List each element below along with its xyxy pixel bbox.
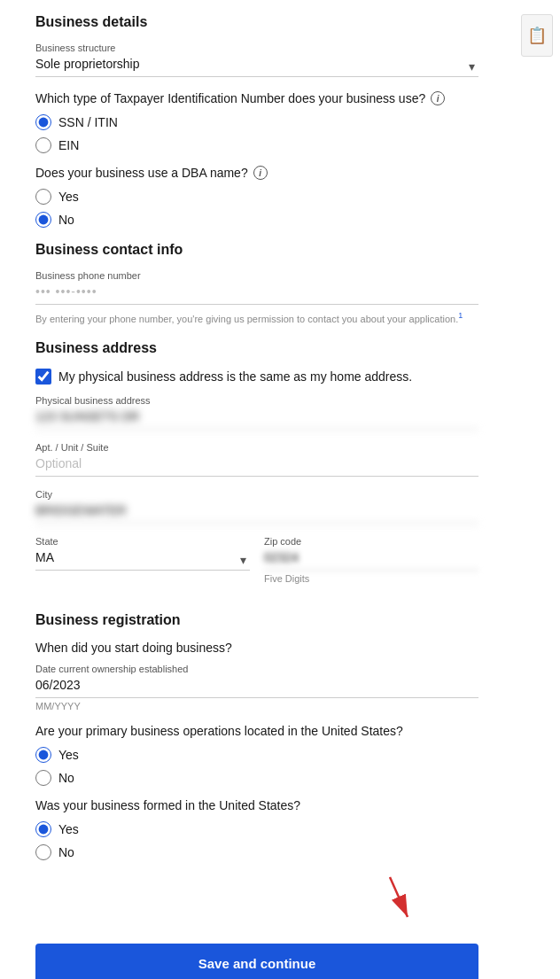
physical-address-group: Physical business address bbox=[35, 395, 478, 430]
tin-question-text: Which type of Taxpayer Identification Nu… bbox=[35, 91, 478, 105]
state-zip-grid: State MA ▾ Zip code Five Digits bbox=[35, 536, 478, 596]
zip-input[interactable] bbox=[264, 550, 478, 571]
document-icon: 📋 bbox=[527, 26, 547, 45]
business-structure-label: Business structure bbox=[35, 43, 478, 53]
formed-no-radio[interactable] bbox=[35, 844, 51, 860]
business-address-section: Business address My physical business ad… bbox=[35, 340, 478, 596]
us-ops-yes-row: Yes bbox=[35, 747, 478, 763]
tin-ssn-row: SSN / ITIN bbox=[35, 114, 478, 130]
dba-yes-label: Yes bbox=[58, 190, 79, 204]
state-field-group: State MA ▾ bbox=[35, 536, 250, 584]
formed-no-label: No bbox=[58, 845, 74, 859]
tin-ssn-label: SSN / ITIN bbox=[58, 115, 118, 129]
business-contact-title: Business contact info bbox=[35, 242, 478, 258]
us-ops-yes-label: Yes bbox=[58, 748, 79, 762]
business-registration-title: Business registration bbox=[35, 612, 478, 628]
apt-field-group: Apt. / Unit / Suite bbox=[35, 442, 478, 477]
tin-ein-row: EIN bbox=[35, 137, 478, 153]
start-date-group: When did you start doing business? Date … bbox=[35, 641, 478, 711]
zip-hint: Five Digits bbox=[264, 573, 478, 584]
us-ops-question-text: Are your primary business operations loc… bbox=[35, 724, 478, 738]
phone-field-group: Business phone number By entering your p… bbox=[35, 270, 478, 326]
arrow-annotation-svg bbox=[337, 873, 443, 926]
business-address-title: Business address bbox=[35, 340, 478, 356]
arrow-annotation-container bbox=[35, 873, 478, 926]
city-label: City bbox=[35, 489, 478, 500]
zip-label: Zip code bbox=[264, 536, 478, 547]
phone-hint-text: By entering your phone number, you're gi… bbox=[35, 310, 478, 326]
business-registration-section: Business registration When did you start… bbox=[35, 612, 478, 860]
us-ops-no-row: No bbox=[35, 770, 478, 786]
same-as-home-row: My physical business address is the same… bbox=[35, 369, 478, 385]
business-details-title: Business details bbox=[35, 14, 478, 30]
us-ops-yes-radio[interactable] bbox=[35, 747, 51, 763]
business-structure-select-wrapper[interactable]: Sole proprietorship ▾ bbox=[35, 57, 478, 77]
business-contact-section: Business contact info Business phone num… bbox=[35, 242, 478, 326]
phone-hint-sup: 1 bbox=[458, 311, 463, 320]
formed-no-row: No bbox=[35, 844, 478, 860]
save-continue-button[interactable]: Save and continue bbox=[35, 944, 478, 979]
start-question-text: When did you start doing business? bbox=[35, 641, 478, 655]
state-label: State bbox=[35, 536, 250, 547]
us-ops-group: Are your primary business operations loc… bbox=[35, 724, 478, 786]
same-as-home-checkbox[interactable] bbox=[35, 369, 51, 385]
formed-group: Was your business formed in the United S… bbox=[35, 798, 478, 860]
state-select[interactable]: MA bbox=[35, 550, 250, 564]
state-select-wrapper[interactable]: MA ▾ bbox=[35, 550, 250, 571]
zip-field-group: Zip code Five Digits bbox=[264, 536, 478, 584]
formed-yes-radio[interactable] bbox=[35, 821, 51, 837]
physical-address-input[interactable] bbox=[35, 409, 478, 430]
date-placeholder-hint: MM/YYYY bbox=[35, 701, 478, 711]
city-field-group: City bbox=[35, 489, 478, 524]
apt-label: Apt. / Unit / Suite bbox=[35, 442, 478, 453]
svg-line-1 bbox=[390, 877, 408, 917]
dba-question-text: Does your business use a DBA name? i bbox=[35, 166, 478, 180]
apt-input[interactable] bbox=[35, 456, 478, 477]
business-structure-group: Business structure Sole proprietorship ▾ bbox=[35, 43, 478, 77]
us-ops-no-label: No bbox=[58, 771, 74, 785]
dba-info-icon[interactable]: i bbox=[253, 166, 268, 180]
dba-yes-row: Yes bbox=[35, 189, 478, 205]
city-input[interactable] bbox=[35, 503, 478, 524]
formed-yes-row: Yes bbox=[35, 821, 478, 837]
us-ops-no-radio[interactable] bbox=[35, 770, 51, 786]
phone-input[interactable] bbox=[35, 284, 478, 305]
date-label: Date current ownership established bbox=[35, 664, 478, 674]
tin-ein-label: EIN bbox=[58, 138, 79, 152]
same-as-home-label: My physical business address is the same… bbox=[58, 369, 412, 384]
tin-info-icon[interactable]: i bbox=[431, 91, 445, 105]
phone-label: Business phone number bbox=[35, 270, 478, 281]
dba-question-group: Does your business use a DBA name? i Yes… bbox=[35, 166, 478, 228]
date-field-group: Date current ownership established MM/YY… bbox=[35, 664, 478, 711]
date-input[interactable] bbox=[35, 678, 478, 698]
tin-question-group: Which type of Taxpayer Identification Nu… bbox=[35, 91, 478, 153]
sidebar-icon: 📋 bbox=[521, 14, 553, 57]
business-structure-select[interactable]: Sole proprietorship bbox=[35, 57, 478, 71]
formed-question-text: Was your business formed in the United S… bbox=[35, 798, 478, 812]
dba-no-radio[interactable] bbox=[35, 212, 51, 228]
physical-address-label: Physical business address bbox=[35, 395, 478, 406]
tin-ein-radio[interactable] bbox=[35, 137, 51, 153]
formed-yes-label: Yes bbox=[58, 822, 79, 836]
dba-no-row: No bbox=[35, 212, 478, 228]
dba-yes-radio[interactable] bbox=[35, 189, 51, 205]
dba-no-label: No bbox=[58, 213, 74, 227]
tin-ssn-radio[interactable] bbox=[35, 114, 51, 130]
